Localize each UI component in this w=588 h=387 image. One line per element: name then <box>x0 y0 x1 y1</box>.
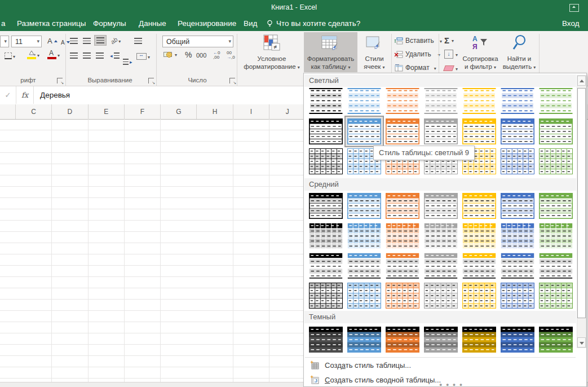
column-header-J[interactable]: J <box>269 104 306 119</box>
format-cells-button[interactable]: Формат <box>395 62 436 73</box>
merge-center-icon[interactable] <box>136 52 150 60</box>
table-style-swatch[interactable] <box>424 223 458 249</box>
sort-filter-button[interactable]: АЯ Сортировка и фильтр <box>461 32 499 72</box>
column-header-D[interactable]: D <box>52 104 88 119</box>
comma-style-button[interactable]: 000 <box>196 52 206 59</box>
table-style-swatch[interactable] <box>347 223 381 249</box>
insert-function-icon[interactable]: fx <box>16 86 34 104</box>
table-style-swatch[interactable] <box>462 327 496 353</box>
table-style-swatch[interactable] <box>462 253 496 279</box>
table-style-swatch[interactable] <box>462 118 496 144</box>
table-style-swatch[interactable] <box>424 88 458 114</box>
table-style-swatch[interactable] <box>462 283 496 309</box>
table-style-swatch[interactable] <box>539 253 573 279</box>
table-style-swatch[interactable] <box>424 283 458 309</box>
align-center-icon[interactable] <box>83 52 91 59</box>
table-style-swatch[interactable] <box>347 283 381 309</box>
table-style-swatch[interactable] <box>424 193 458 219</box>
table-style-swatch[interactable] <box>386 283 419 309</box>
table-style-swatch[interactable] <box>386 253 419 279</box>
table-style-swatch[interactable] <box>501 223 534 249</box>
tab-partial[interactable]: а <box>1 19 6 28</box>
alignment-dialog-launcher-icon[interactable] <box>148 78 154 83</box>
number-dialog-launcher-icon[interactable] <box>229 78 235 83</box>
table-style-swatch[interactable] <box>539 283 573 309</box>
font-color-icon[interactable] <box>47 50 60 59</box>
table-style-swatch[interactable] <box>309 327 343 353</box>
table-style-swatch[interactable] <box>501 88 534 114</box>
tab-3[interactable]: Данные <box>139 19 166 28</box>
table-style-swatch[interactable] <box>539 148 573 174</box>
table-style-swatch[interactable] <box>462 193 496 219</box>
table-style-swatch[interactable] <box>501 327 534 353</box>
table-style-swatch[interactable] <box>347 253 381 279</box>
percent-style-button[interactable]: % <box>185 50 192 59</box>
font-name-combo-partial[interactable] <box>0 36 9 47</box>
table-style-swatch[interactable] <box>309 118 343 144</box>
insert-cells-button[interactable]: Вставить <box>395 35 442 46</box>
gallery-scrollbar[interactable] <box>577 75 586 348</box>
table-style-swatch[interactable] <box>424 327 458 353</box>
tell-me-box[interactable]: Что вы хотите сделать? <box>276 19 360 28</box>
autosum-button[interactable]: Σ <box>444 34 454 46</box>
tab-1[interactable]: Разметка страницы <box>17 19 86 28</box>
align-left-icon[interactable] <box>70 52 78 59</box>
accounting-format-icon[interactable] <box>163 50 177 58</box>
ribbon-display-options-icon[interactable] <box>569 4 579 12</box>
font-dialog-launcher-icon[interactable] <box>57 78 63 83</box>
number-format-combo[interactable]: Общий <box>162 36 233 47</box>
table-style-swatch[interactable] <box>309 283 343 309</box>
table-style-swatch[interactable] <box>539 88 573 114</box>
borders-icon[interactable] <box>5 52 15 60</box>
table-style-swatch[interactable] <box>386 223 419 249</box>
tab-5[interactable]: Вид <box>244 19 257 28</box>
cell-styles-button[interactable]: Стили ячеек <box>359 32 390 72</box>
table-style-swatch[interactable] <box>501 253 534 279</box>
table-style-swatch[interactable] <box>539 118 573 144</box>
table-style-swatch[interactable] <box>347 193 381 219</box>
table-style-swatch[interactable] <box>501 148 534 174</box>
table-style-swatch[interactable] <box>347 118 381 144</box>
find-select-button[interactable]: Найти и выделить <box>502 32 537 72</box>
tab-4[interactable]: Рецензирование <box>178 19 236 28</box>
table-style-swatch[interactable] <box>539 193 573 219</box>
scroll-up-icon[interactable] <box>577 76 586 86</box>
sign-in-link[interactable]: Вход <box>562 19 580 28</box>
clear-button[interactable] <box>444 63 458 74</box>
scrollbar-thumb[interactable] <box>577 88 586 318</box>
table-style-swatch[interactable] <box>424 253 458 279</box>
table-style-swatch[interactable] <box>539 327 573 353</box>
align-bottom-icon[interactable] <box>95 36 106 45</box>
table-style-swatch[interactable] <box>386 118 419 144</box>
fill-button[interactable] <box>444 49 458 60</box>
align-middle-icon[interactable] <box>83 38 91 44</box>
fill-color-icon[interactable] <box>27 50 39 59</box>
table-style-swatch[interactable] <box>386 327 419 353</box>
table-style-swatch[interactable] <box>309 88 343 114</box>
table-style-swatch[interactable] <box>462 223 496 249</box>
align-right-icon[interactable] <box>96 52 104 59</box>
table-style-swatch[interactable] <box>309 253 343 279</box>
tab-2[interactable]: Формулы <box>93 19 126 28</box>
table-style-swatch[interactable] <box>309 148 343 174</box>
resize-gripper[interactable]: ● ● ● ● <box>439 382 463 387</box>
table-style-swatch[interactable] <box>386 88 419 114</box>
column-header-C[interactable]: C <box>16 104 52 119</box>
increase-font-size-icon[interactable] <box>47 37 58 45</box>
table-style-swatch[interactable] <box>501 193 534 219</box>
table-style-swatch[interactable] <box>501 118 534 144</box>
increase-decimal-icon[interactable]: ←0,00 <box>213 51 220 60</box>
column-header-partial[interactable] <box>0 104 16 119</box>
table-style-swatch[interactable] <box>386 193 419 219</box>
align-top-icon[interactable] <box>70 38 78 44</box>
column-header-E[interactable]: E <box>89 104 125 119</box>
table-style-swatch[interactable] <box>501 283 534 309</box>
conditional-formatting-button[interactable]: ≠ Условное форматирование <box>240 32 303 72</box>
new-table-style-item[interactable]: Создать стиль таблицы... <box>304 358 576 372</box>
column-header-H[interactable]: H <box>197 104 233 119</box>
table-style-swatch[interactable] <box>462 88 496 114</box>
font-size-combo[interactable]: 11 <box>11 36 42 47</box>
decrease-decimal-icon[interactable]: 00→,0 <box>227 51 235 60</box>
orientation-icon[interactable] <box>110 37 121 45</box>
enter-checkmark-icon[interactable] <box>0 86 16 104</box>
